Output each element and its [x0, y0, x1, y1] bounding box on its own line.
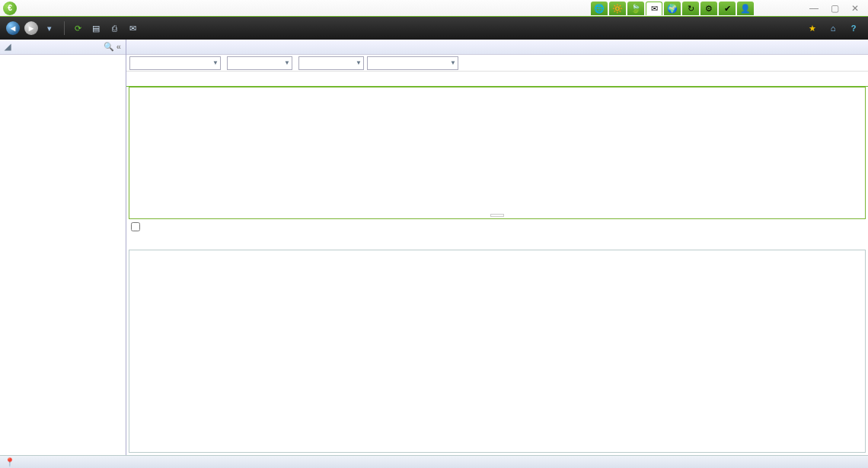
granularity-combo[interactable]: ▼: [367, 56, 458, 70]
dropdown-button[interactable]: ▾: [41, 20, 58, 37]
titlebar: € 🌐 🔆 🍃 ✉ 🌍 ↻ ⚙ ✔ 👤 — ▢ ✕: [0, 0, 868, 17]
back-button[interactable]: ◄: [5, 20, 21, 37]
sidebar: ◢ 🔍 «: [0, 40, 126, 455]
date-from-input[interactable]: ▼: [227, 56, 292, 70]
breadcrumb: [126, 40, 868, 55]
compare-checkbox-row: [126, 219, 868, 234]
data-grid: [129, 250, 866, 453]
view-tabs: [126, 72, 868, 87]
company-combo[interactable]: ▼: [129, 56, 221, 70]
main-toolbar: ◄ ► ▾ ⟳ ▤ ⎙ ✉ ★ ⌂ ?: [0, 17, 868, 40]
date-to-input[interactable]: ▼: [298, 56, 364, 70]
help-button[interactable]: ?: [845, 20, 862, 37]
chart-frame: [129, 87, 866, 219]
forward-button[interactable]: ►: [23, 20, 40, 37]
status-bar: 📍: [0, 455, 868, 468]
app-tab[interactable]: ✔: [719, 2, 736, 15]
app-tab[interactable]: 🌍: [664, 2, 681, 15]
app-tab[interactable]: 👤: [737, 2, 754, 15]
app-tab[interactable]: 🌐: [591, 2, 608, 15]
table-subtabs: [126, 234, 868, 250]
app-tab[interactable]: ↻: [682, 2, 699, 15]
favorite-button[interactable]: ★: [804, 20, 821, 37]
close-button[interactable]: ✕: [851, 3, 859, 14]
chart-legend: [490, 214, 504, 217]
app-tab[interactable]: ✉: [646, 2, 662, 15]
maximize-button[interactable]: ▢: [831, 3, 839, 14]
app-tab[interactable]: ⚙: [700, 2, 717, 15]
app-tab[interactable]: 🔆: [609, 2, 626, 15]
main-panel: ▼ ▼ ▼ ▼: [126, 40, 868, 455]
mail-button[interactable]: ✉: [124, 20, 141, 37]
sidebar-header: ◢ 🔍 «: [0, 40, 126, 55]
app-tab[interactable]: 🍃: [627, 2, 644, 15]
print-button[interactable]: ⎙: [106, 20, 123, 37]
app-logo-icon: €: [3, 2, 17, 15]
chart-plot: [136, 92, 859, 212]
search-icon[interactable]: 🔍 «: [104, 42, 121, 52]
compare-checkbox[interactable]: [131, 222, 140, 231]
export-button[interactable]: ▤: [88, 20, 104, 37]
minimize-button[interactable]: —: [809, 3, 819, 14]
app-tab-strip: 🌐 🔆 🍃 ✉ 🌍 ↻ ⚙ ✔ 👤: [591, 0, 754, 17]
nav-tree: [0, 55, 126, 58]
filter-bar: ▼ ▼ ▼ ▼: [126, 55, 868, 72]
pin-icon: 📍: [5, 457, 15, 467]
refresh-button[interactable]: ⟳: [69, 20, 86, 37]
tree-expand-icon[interactable]: ◢: [5, 42, 11, 52]
home-button[interactable]: ⌂: [825, 20, 841, 37]
